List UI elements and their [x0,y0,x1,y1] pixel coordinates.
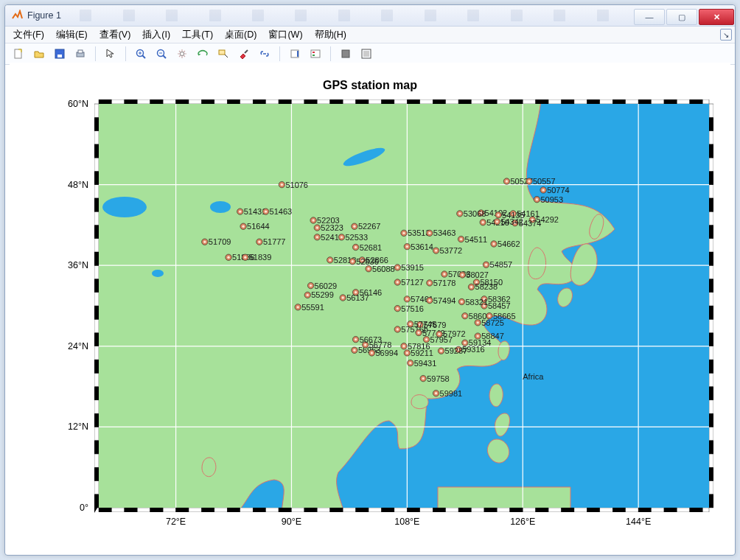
new-figure-button[interactable] [10,45,27,63]
svg-point-316 [353,349,355,351]
edit-pointer-button[interactable] [102,45,119,63]
rotate-button[interactable] [194,45,212,63]
station-label: 58457 [488,301,511,310]
x-tick-label: 144°E [626,517,651,527]
svg-rect-121 [709,494,713,508]
svg-rect-91 [523,508,535,512]
svg-point-220 [242,225,244,228]
svg-point-252 [492,242,495,245]
menu-file[interactable]: 文件(F) [8,27,49,43]
svg-point-238 [428,232,430,234]
svg-rect-105 [612,508,625,512]
station-label: 53463 [433,228,456,237]
svg-point-306 [477,321,479,323]
svg-rect-85 [484,508,497,512]
menu-dock-arrow[interactable]: ↘ [720,29,732,41]
svg-rect-83 [472,508,484,512]
svg-point-342 [409,362,411,364]
insert-legend-button[interactable] [307,45,324,63]
svg-point-244 [355,246,357,248]
svg-point-208 [312,219,314,221]
svg-rect-20 [313,55,315,56]
svg-point-183 [152,270,164,277]
svg-rect-115 [677,508,689,512]
minimize-button[interactable]: — [634,9,665,25]
svg-rect-177 [709,117,713,130]
svg-point-334 [461,301,463,303]
svg-point-236 [402,232,405,234]
title-shadow-icons [64,7,624,24]
svg-point-196 [506,180,508,182]
svg-rect-18 [311,50,320,57]
menu-help[interactable]: 帮助(H) [310,27,352,43]
svg-rect-53 [279,508,291,512]
svg-point-324 [402,345,405,347]
maximize-button[interactable]: ▢ [666,9,697,25]
svg-rect-141 [709,360,713,373]
svg-rect-47 [240,508,253,512]
svg-rect-13 [219,50,225,55]
svg-rect-2 [57,55,62,57]
svg-point-346 [435,392,437,394]
y-tick-label: 12°N [68,421,88,432]
svg-point-216 [497,214,499,216]
svg-point-296 [397,307,399,309]
menu-desktop[interactable]: 桌面(D) [220,27,262,43]
svg-rect-21 [342,50,349,57]
station-label: 59431 [414,359,437,368]
svg-point-332 [438,333,440,335]
svg-line-15 [245,50,248,53]
svg-rect-151 [709,293,713,306]
svg-rect-171 [709,158,713,171]
svg-point-206 [265,210,267,212]
svg-rect-101 [587,508,599,512]
show-plot-tools-button[interactable] [357,45,375,63]
print-button[interactable] [71,45,89,63]
station-label: 57127 [401,278,424,287]
station-label: 59134 [469,338,492,347]
pan-button[interactable] [173,45,191,63]
svg-point-308 [477,335,479,337]
station-label: 57178 [433,279,456,287]
svg-point-268 [485,264,487,266]
menu-view[interactable]: 查看(V) [94,27,136,43]
save-button[interactable] [51,45,69,63]
svg-rect-93 [536,508,548,512]
menu-edit[interactable]: 编辑(E) [51,27,93,43]
map-area[interactable]: 5107650527505575077450953514315146352203… [99,104,709,508]
svg-rect-135 [709,400,713,413]
svg-point-274 [428,281,430,284]
menu-insert[interactable]: 插入(I) [137,27,175,43]
hide-plot-tools-button[interactable] [337,45,355,63]
svg-point-270 [443,273,445,275]
station-label: 54342 [500,217,523,226]
toolbar-separator [95,46,96,61]
menu-window[interactable]: 窗口(W) [263,27,307,43]
svg-rect-57 [304,508,317,512]
station-label: 57516 [401,304,424,313]
svg-point-318 [364,343,366,346]
svg-point-264 [367,267,369,270]
station-marker[interactable]: 50774 [540,186,570,195]
open-button[interactable] [30,45,48,63]
station-label: 54857 [490,260,513,269]
svg-point-194 [281,183,283,186]
link-button[interactable] [256,45,273,63]
svg-rect-167 [709,185,713,198]
svg-rect-77 [433,508,445,512]
close-button[interactable]: ✕ [699,9,734,25]
svg-rect-65 [356,508,369,512]
axes[interactable]: 0°12°N24°N36°N48°N60°N 72°E90°E108°E126°… [94,99,713,512]
svg-rect-143 [709,346,713,360]
data-cursor-button[interactable] [214,45,232,63]
svg-rect-179 [709,104,713,117]
brush-button[interactable] [235,45,253,63]
svg-rect-129 [709,441,713,454]
station-label: 59211 [411,349,433,357]
svg-line-14 [225,55,228,57]
zoom-in-button[interactable] [132,45,150,63]
insert-colorbar-button[interactable] [286,45,304,63]
menu-tools[interactable]: 工具(T) [177,27,218,43]
station-label: 54511 [465,235,488,244]
zoom-out-button[interactable] [153,45,170,63]
